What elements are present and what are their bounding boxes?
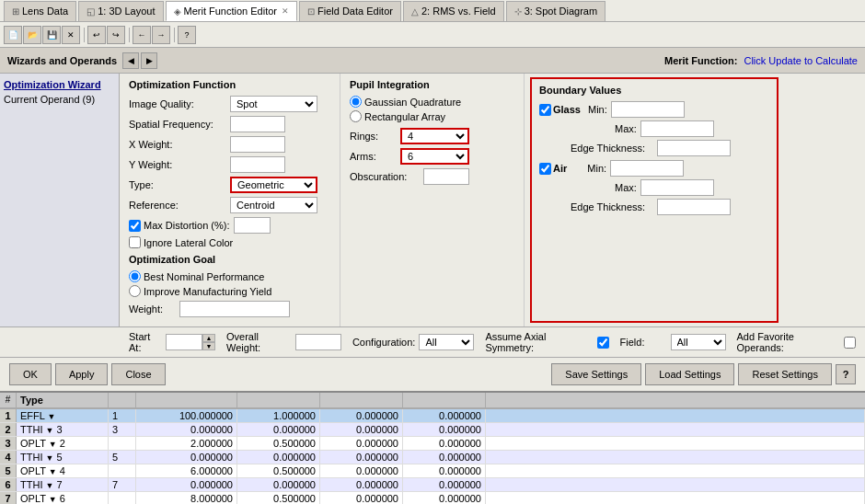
reset-settings-button[interactable]: Reset Settings <box>738 363 832 385</box>
obscuration-row: Obscuration: 0 <box>350 168 514 185</box>
configuration-item: Configuration: All <box>352 334 475 350</box>
rings-select[interactable]: 4 6 8 <box>400 128 469 144</box>
air-max-input[interactable]: 1e+03 <box>640 179 714 196</box>
nav-back-btn[interactable]: ◀ <box>122 52 139 69</box>
air-min-input[interactable]: 1.5 <box>610 160 684 177</box>
row-empty <box>486 423 865 436</box>
table-row[interactable]: 1 EFFL ▼ 1 100.000000 1.000000 0.000000 … <box>0 409 865 423</box>
col2-header <box>109 393 136 407</box>
apply-button[interactable]: Apply <box>55 363 109 385</box>
help-button[interactable]: ? <box>836 364 856 384</box>
open-btn[interactable]: 📂 <box>23 26 41 44</box>
ok-button[interactable]: OK <box>9 363 52 385</box>
overall-weight-item: Overall Weight: 1 <box>226 331 341 353</box>
table-row[interactable]: 2 TTHI ▼ 3 3 0.000000 0.000000 0.000000 … <box>0 423 865 437</box>
glass-min-input[interactable]: 8 <box>611 101 685 118</box>
glass-checkbox[interactable] <box>539 104 551 116</box>
assume-axial-checkbox[interactable] <box>597 337 609 349</box>
air-edge-input[interactable]: 2 <box>657 199 731 215</box>
table-row[interactable]: 4 TTHI ▼ 5 5 0.000000 0.000000 0.000000 … <box>0 451 865 464</box>
row-number: 1 <box>0 409 17 422</box>
row-empty <box>486 464 865 477</box>
best-nominal-radio[interactable] <box>129 270 141 282</box>
max-distortion-input[interactable]: 0.1 <box>234 217 271 234</box>
max-distortion-checkbox[interactable] <box>129 220 141 232</box>
table-row[interactable]: 7 OPLT ▼ 6 8.000000 0.500000 0.000000 0.… <box>0 492 865 504</box>
start-at-down[interactable]: ▼ <box>202 342 215 350</box>
close-button[interactable]: Close <box>111 363 165 385</box>
tab-3d-layout[interactable]: ◱ 1: 3D Layout <box>78 1 163 21</box>
glass-edge-input[interactable]: 1.5 <box>657 140 731 156</box>
row-col6: 0.000000 <box>403 437 486 450</box>
field-select[interactable]: All <box>671 334 726 350</box>
table-row[interactable]: 5 OPLT ▼ 4 6.000000 0.500000 0.000000 0.… <box>0 464 865 478</box>
glass-min-label: Min: <box>588 104 607 115</box>
load-settings-button[interactable]: Load Settings <box>645 363 734 385</box>
configuration-select[interactable]: All <box>419 334 474 350</box>
save-btn[interactable]: 💾 <box>42 26 61 44</box>
tab-close-merit[interactable]: ✕ <box>282 6 289 16</box>
best-nominal-row: Best Nominal Performance <box>129 270 330 282</box>
tab-merit-function-editor[interactable]: ◈ Merit Function Editor ✕ <box>166 1 297 21</box>
wizards-label: Wizards and Operands <box>7 55 117 66</box>
back-btn[interactable]: ← <box>133 26 151 44</box>
gaussian-radio[interactable] <box>350 96 362 108</box>
image-quality-row: Image Quality: Spot <box>129 96 330 112</box>
boundary-title: Boundary Values <box>539 85 769 96</box>
weight-input[interactable]: 1 <box>179 301 290 317</box>
air-checkbox[interactable] <box>539 163 551 175</box>
best-nominal-label: Best Nominal Performance <box>144 271 264 282</box>
row-col2 <box>109 492 136 504</box>
spatial-freq-input[interactable]: 30 <box>230 116 285 132</box>
arms-select[interactable]: 6 8 12 <box>400 148 469 165</box>
toolbar: 📄 📂 💾 ✕ ↩ ↪ ← → ? <box>0 22 865 48</box>
improve-manufacturing-radio[interactable] <box>129 285 141 297</box>
nav-forward-btn[interactable]: ▶ <box>141 52 157 69</box>
close-doc-btn[interactable]: ✕ <box>62 26 80 44</box>
weight-row: Weight: 1 <box>129 301 330 317</box>
reference-select[interactable]: Centroid <box>230 197 317 213</box>
sidebar: Optimization Wizard Current Operand (9) <box>0 74 120 326</box>
add-favorite-checkbox[interactable] <box>844 337 856 349</box>
col4-header <box>237 393 320 407</box>
row-type: TTHI ▼ 7 <box>17 478 109 491</box>
tab-lens-data[interactable]: ⊞ Lens Data <box>4 1 76 21</box>
y-weight-row: Y Weight: 1 <box>129 156 330 173</box>
scroll-col-header <box>486 393 865 407</box>
tab-field-data-editor[interactable]: ⊡ Field Data Editor <box>299 1 401 21</box>
new-btn[interactable]: 📄 <box>4 26 22 44</box>
overall-weight-input[interactable]: 1 <box>295 334 341 350</box>
row-empty <box>486 478 865 491</box>
table-row[interactable]: 6 TTHI ▼ 7 7 0.000000 0.000000 0.000000 … <box>0 478 865 492</box>
ignore-lateral-checkbox[interactable] <box>129 236 141 248</box>
tab-rms-vs-field[interactable]: △ 2: RMS vs. Field <box>403 1 504 21</box>
tab-spot-diagram[interactable]: ⊹ 3: Spot Diagram <box>506 1 606 21</box>
start-at-up[interactable]: ▲ <box>202 334 215 342</box>
row-type: OPLT ▼ 6 <box>17 492 109 504</box>
undo-btn[interactable]: ↩ <box>87 26 106 44</box>
x-weight-label: X Weight: <box>129 139 230 150</box>
row-col4: 0.000000 <box>237 478 320 491</box>
save-settings-button[interactable]: Save Settings <box>551 363 641 385</box>
sidebar-optimization-wizard[interactable]: Optimization Wizard <box>4 77 115 92</box>
row-col5: 0.000000 <box>320 409 403 422</box>
y-weight-input[interactable]: 1 <box>230 156 285 173</box>
x-weight-input[interactable]: 1 <box>230 136 285 153</box>
image-quality-select[interactable]: Spot <box>230 96 317 112</box>
y-weight-label: Y Weight: <box>129 159 230 170</box>
obscuration-input[interactable]: 0 <box>423 168 469 185</box>
rectangular-row: Rectangular Array <box>350 110 514 122</box>
row-col2: 3 <box>109 423 136 436</box>
sep3 <box>174 28 175 42</box>
help-toolbar-btn[interactable]: ? <box>178 26 196 44</box>
glass-max-input[interactable]: 10 <box>640 120 714 137</box>
forward-btn[interactable]: → <box>152 26 170 44</box>
start-at-spinbox: 10 ▲ ▼ <box>166 334 215 350</box>
start-at-input[interactable]: 10 <box>166 334 202 350</box>
table-row[interactable]: 3 OPLT ▼ 2 2.000000 0.500000 0.000000 0.… <box>0 437 865 451</box>
redo-btn[interactable]: ↪ <box>107 26 125 44</box>
type-select[interactable]: Geometric <box>230 177 317 193</box>
row-col4: 0.000000 <box>237 451 320 464</box>
rectangular-radio[interactable] <box>350 110 362 122</box>
row-col5: 0.000000 <box>320 437 403 450</box>
